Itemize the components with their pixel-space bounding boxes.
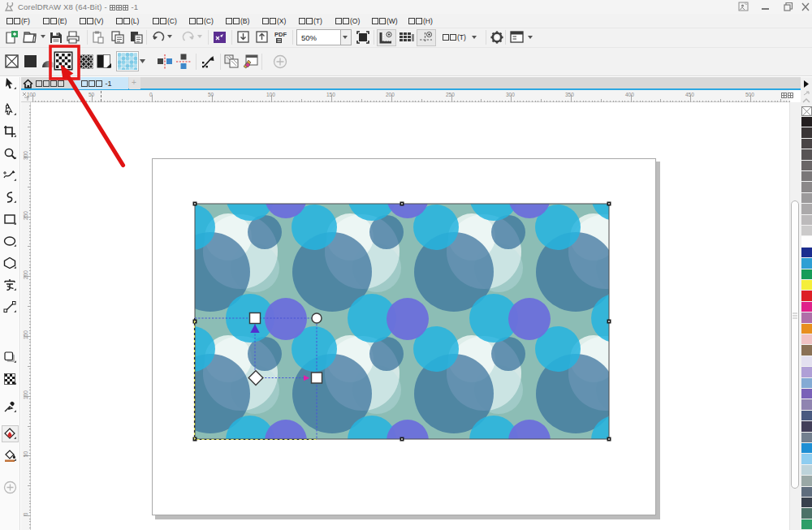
svg-text:PDF: PDF bbox=[274, 31, 287, 38]
